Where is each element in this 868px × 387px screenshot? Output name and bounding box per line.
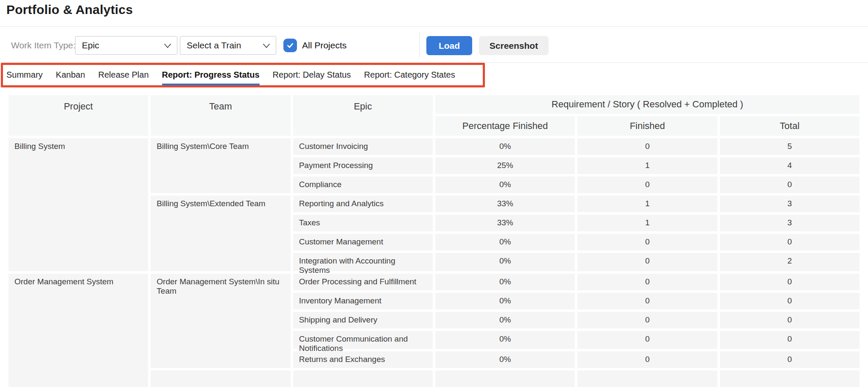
percentage-finished-cell: 33% <box>435 196 575 212</box>
epic-cell: Inventory Management <box>293 293 433 309</box>
screenshot-button[interactable]: Screenshot <box>479 36 549 55</box>
finished-cell: 0 <box>577 312 717 328</box>
finished-cell: 1 <box>577 196 717 212</box>
total-cell: 3 <box>720 215 860 231</box>
total-cell: 3 <box>720 196 860 212</box>
percentage-finished-cell: 0% <box>435 312 575 328</box>
checkmark-icon <box>286 41 294 50</box>
finished-cell: 0 <box>577 138 717 155</box>
epic-cell: Integration with Accounting Systems <box>293 253 433 271</box>
table-row-partial-cell <box>577 370 717 387</box>
toolbar-bottom-divider <box>0 62 868 63</box>
percentage-finished-cell: 0% <box>435 274 575 290</box>
percentage-finished-cell: 0% <box>435 253 575 271</box>
epic-cell: Compliance <box>293 177 433 193</box>
total-cell: 0 <box>720 351 860 368</box>
finished-cell: 0 <box>577 253 717 271</box>
percentage-finished-cell: 0% <box>435 293 575 309</box>
total-cell: 0 <box>720 177 860 193</box>
table-row-partial-cell <box>435 370 575 387</box>
work-item-type-select[interactable]: Epic <box>75 36 177 55</box>
all-projects-label: All Projects <box>302 36 347 55</box>
epic-cell: Reporting and Analytics <box>293 196 433 212</box>
tab-summary[interactable]: Summary <box>6 64 43 85</box>
percentage-finished-cell: 0% <box>435 234 575 250</box>
chevron-down-icon <box>164 43 171 49</box>
finished-cell: 1 <box>577 157 717 174</box>
train-select-value: Select a Train <box>187 40 241 50</box>
report-table: Project Team Epic Requirement / Story ( … <box>8 95 860 387</box>
finished-cell: 1 <box>577 215 717 231</box>
work-item-type-value: Epic <box>82 40 99 50</box>
tab-kanban[interactable]: Kanban <box>56 64 85 85</box>
tab-report-progress-status[interactable]: Report: Progress Status <box>162 64 260 85</box>
project-cell: Order Management System <box>8 274 148 387</box>
total-cell: 0 <box>720 274 860 290</box>
finished-cell: 0 <box>577 177 717 193</box>
column-header-total: Total <box>720 116 860 136</box>
column-header-epic: Epic <box>293 95 433 136</box>
tab-report-delay-status[interactable]: Report: Delay Status <box>273 64 351 85</box>
column-header-requirement-group: Requirement / Story ( Resolved + Complet… <box>435 95 860 114</box>
percentage-finished-cell: 0% <box>435 351 575 368</box>
total-cell: 4 <box>720 157 860 174</box>
team-cell: Order Management System\In situ Team <box>151 274 290 368</box>
tab-bar: SummaryKanbanRelease PlanReport: Progres… <box>0 64 455 85</box>
finished-cell: 0 <box>577 351 717 368</box>
total-cell: 5 <box>720 138 860 155</box>
epic-cell: Shipping and Delivery <box>293 312 433 328</box>
total-cell: 0 <box>720 312 860 328</box>
finished-cell: 0 <box>577 331 717 349</box>
column-header-finished: Finished <box>577 116 717 136</box>
percentage-finished-cell: 33% <box>435 215 575 231</box>
percentage-finished-cell: 0% <box>435 331 575 349</box>
total-cell: 0 <box>720 331 860 349</box>
total-cell: 2 <box>720 253 860 271</box>
all-projects-checkbox[interactable] <box>283 39 297 52</box>
percentage-finished-cell: 0% <box>435 177 575 193</box>
epic-cell: Payment Processing <box>293 157 433 174</box>
work-item-type-label: Work Item Type: <box>11 36 76 55</box>
epic-cell: Customer Management <box>293 234 433 250</box>
header-divider <box>0 26 868 27</box>
epic-cell: Order Processing and Fulfillment <box>293 274 433 290</box>
chevron-down-icon <box>263 43 270 49</box>
column-header-percentage-finished: Percentage Finished <box>435 116 575 136</box>
column-header-project: Project <box>8 95 148 136</box>
table-row-partial-cell <box>151 370 290 387</box>
finished-cell: 0 <box>577 234 717 250</box>
table-row-partial-cell <box>293 370 433 387</box>
percentage-finished-cell: 25% <box>435 157 575 174</box>
epic-cell: Customer Communication and Notifications <box>293 331 433 349</box>
train-select[interactable]: Select a Train <box>180 36 276 55</box>
epic-cell: Taxes <box>293 215 433 231</box>
column-header-team: Team <box>151 95 290 136</box>
team-cell: Billing System\Core Team <box>151 138 290 193</box>
project-cell: Billing System <box>8 138 148 271</box>
total-cell: 0 <box>720 293 860 309</box>
epic-cell: Returns and Exchanges <box>293 351 433 368</box>
tab-release-plan[interactable]: Release Plan <box>98 64 149 85</box>
page-title: Portfolio & Analytics <box>6 3 133 17</box>
percentage-finished-cell: 0% <box>435 138 575 155</box>
team-cell: Billing System\Extended Team <box>151 196 290 271</box>
toolbar: Work Item Type: Epic Select a Train All … <box>0 36 868 55</box>
toolbar-divider <box>419 32 420 58</box>
load-button[interactable]: Load <box>426 36 472 55</box>
tab-report-category-states[interactable]: Report: Category States <box>364 64 455 85</box>
epic-cell: Customer Invoicing <box>293 138 433 155</box>
table-row-partial-cell <box>720 370 860 387</box>
finished-cell: 0 <box>577 293 717 309</box>
finished-cell: 0 <box>577 274 717 290</box>
total-cell: 0 <box>720 234 860 250</box>
